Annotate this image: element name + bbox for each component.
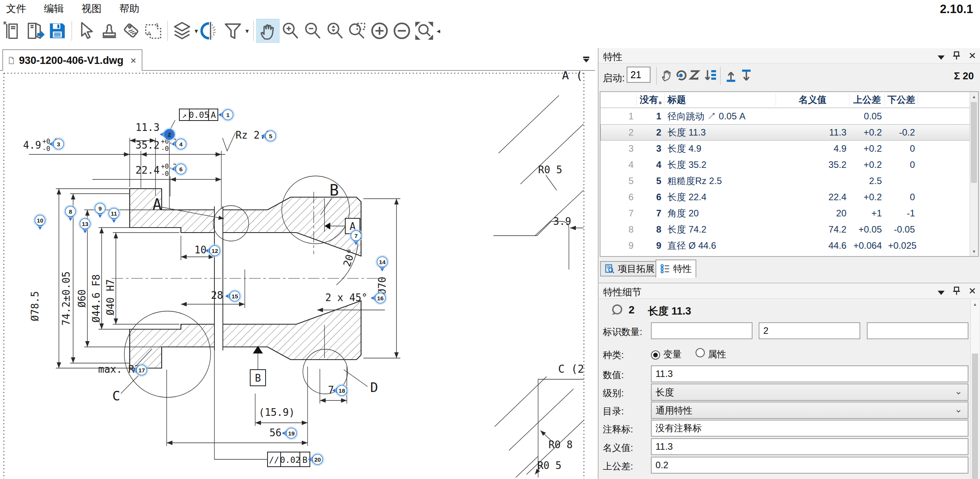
details-panel-header: 特性细节 ✕ <box>599 283 980 299</box>
radio-variable[interactable]: 变量 <box>651 348 682 360</box>
filter-button[interactable] <box>222 19 244 42</box>
scroll-down-icon[interactable]: ▼ <box>970 247 978 256</box>
scroll-up-icon[interactable]: ▲ <box>971 300 979 309</box>
balloon-18[interactable]: 18 <box>332 384 348 397</box>
document-tab[interactable]: 930-1200-406-V1.dwg × <box>2 49 142 71</box>
svg-text:0.05: 0.05 <box>189 110 209 120</box>
panel-tabs: 项目拓展 特性 <box>599 260 980 281</box>
tab-overflow-icon[interactable] <box>580 54 592 65</box>
pin-icon[interactable] <box>952 51 961 61</box>
table-row[interactable]: 88长度 74.274.2+0.05-0.05 <box>600 221 978 238</box>
balloon-19[interactable]: 19 <box>282 427 298 440</box>
zoom-dynamic-button[interactable] <box>324 19 346 42</box>
nominal-input[interactable] <box>651 438 968 455</box>
tab-project-explorer[interactable]: 项目拓展 <box>600 261 659 276</box>
dim-label: 35.2 <box>135 139 160 151</box>
table-row[interactable]: 44长度 35.235.2+0.20 <box>600 157 978 173</box>
decrease-button[interactable] <box>391 19 413 42</box>
pan-hand-button[interactable] <box>257 19 279 42</box>
col-title[interactable]: 标题 <box>664 94 776 106</box>
select-cursor-button[interactable] <box>75 19 97 42</box>
dim-label: C <box>112 388 120 404</box>
id-qty-input-2[interactable] <box>759 322 860 339</box>
zoom-in-button[interactable] <box>279 19 301 42</box>
radio-attribute[interactable]: 属性 <box>696 348 726 360</box>
filter-dropdown-arrow[interactable]: ▼ <box>244 19 250 42</box>
menu-view[interactable]: 视图 <box>82 2 102 15</box>
renumber-icon[interactable] <box>674 66 688 85</box>
tab-properties[interactable]: 特性 <box>656 260 696 278</box>
export-down-icon[interactable] <box>739 66 753 85</box>
menu-edit[interactable]: 编辑 <box>44 2 64 15</box>
dim-label: Ø40 H7 <box>105 279 116 315</box>
panel-menu-icon[interactable] <box>938 291 945 295</box>
annotations: 11.34.9+0.2-035.2+0.2-0Rz 2.522.4+0.2-0A… <box>23 71 584 471</box>
pick-hand-icon[interactable] <box>659 66 673 85</box>
col-nominal[interactable]: 名义值 <box>776 94 850 106</box>
balloon-8[interactable]: 8 <box>64 205 77 221</box>
zoom-out-button[interactable] <box>301 19 324 42</box>
table-scrollbar[interactable]: ▲ ▼ <box>970 91 979 257</box>
table-row[interactable]: 99直径 Ø 44.644.6+0.064+0.025 <box>600 238 978 254</box>
upper-tol-input[interactable] <box>651 457 968 474</box>
balloon-14[interactable]: 14 <box>376 256 389 272</box>
document-tab-title: 930-1200-406-V1.dwg <box>19 55 124 67</box>
note-label: 注释标: <box>603 423 633 435</box>
value-input[interactable] <box>651 365 968 382</box>
details-scrollbar[interactable]: ▲ <box>970 300 979 479</box>
col-no[interactable]: 没有。 <box>637 94 664 106</box>
table-row[interactable]: 33长度 4.94.9+0.20 <box>600 141 978 157</box>
layers-dropdown-arrow[interactable]: ▼ <box>193 19 199 42</box>
z-order-icon[interactable] <box>689 66 702 85</box>
new-document-button[interactable]: * <box>2 19 24 42</box>
svg-text:-0: -0 <box>161 145 169 152</box>
panel-close-icon[interactable]: ✕ <box>968 286 976 296</box>
main-toolbar: * 1A ▼ ▼ <box>2 18 442 44</box>
open-document-button[interactable] <box>24 19 46 42</box>
panel-close-icon[interactable]: ✕ <box>968 50 976 61</box>
balloon-11[interactable]: 11 <box>108 207 120 223</box>
scroll-up-icon[interactable]: ▲ <box>970 92 978 101</box>
balloon-13[interactable]: 13 <box>79 218 92 234</box>
col-upper[interactable]: 上公差 <box>850 94 885 106</box>
stamp-button[interactable] <box>97 19 120 42</box>
table-row[interactable]: 22长度 11.311.3+0.2-0.2 <box>600 124 978 141</box>
balloon-1[interactable]: 1 <box>218 109 234 121</box>
balloon-markers[interactable]: 1234567891011121314151617181920 <box>34 109 389 466</box>
balloon-15[interactable]: 15 <box>225 290 241 303</box>
mirror-flip-button[interactable] <box>199 19 222 42</box>
balloon-9[interactable]: 9 <box>94 202 107 218</box>
save-button[interactable] <box>46 19 69 42</box>
catalog-select[interactable]: 通用特性⌄ <box>651 402 968 419</box>
svg-text:A: A <box>147 30 152 37</box>
svg-text:11: 11 <box>111 210 117 217</box>
table-row[interactable]: 66长度 22.422.4+0.20 <box>600 189 978 205</box>
table-row[interactable]: 11径向跳动 ↗ 0.05 A0.05 <box>600 108 978 124</box>
menu-help[interactable]: 帮助 <box>119 2 139 15</box>
import-up-icon[interactable] <box>724 66 738 85</box>
balloon-20[interactable]: 20 <box>308 453 324 466</box>
note-input[interactable] <box>651 420 968 437</box>
sort-list-icon[interactable] <box>703 66 717 85</box>
id-qty-input-1[interactable] <box>651 322 753 339</box>
increase-button[interactable] <box>368 19 391 42</box>
layers-button[interactable] <box>171 19 193 42</box>
balloon-marquee-button[interactable]: 1A <box>142 19 164 42</box>
zoom-fit-button[interactable] <box>413 19 435 42</box>
balloon-10[interactable]: 10 <box>34 214 47 230</box>
panel-menu-icon[interactable] <box>938 55 945 60</box>
table-row[interactable]: 55粗糙度Rz 2.52.5 <box>600 173 978 189</box>
tag-button[interactable] <box>120 19 142 42</box>
toolbar-collapse-arrow[interactable]: ◄ <box>435 19 442 42</box>
zoom-window-button[interactable] <box>346 19 368 42</box>
dim-label: Ø44.6 F8 <box>90 274 102 322</box>
start-input[interactable] <box>627 67 651 83</box>
table-row[interactable]: 77角度 2020+1-1 <box>600 205 978 221</box>
drawing-canvas[interactable]: ↗ 0.05 A // 0.02 B A B <box>0 71 595 479</box>
pin-icon[interactable] <box>952 286 961 296</box>
id-qty-input-3[interactable] <box>867 322 968 339</box>
menu-file[interactable]: 文件 <box>6 2 26 15</box>
col-lower[interactable]: 下公差 <box>885 94 918 106</box>
tab-close-icon[interactable]: × <box>130 55 136 67</box>
level-select[interactable]: 长度⌄ <box>651 384 968 401</box>
